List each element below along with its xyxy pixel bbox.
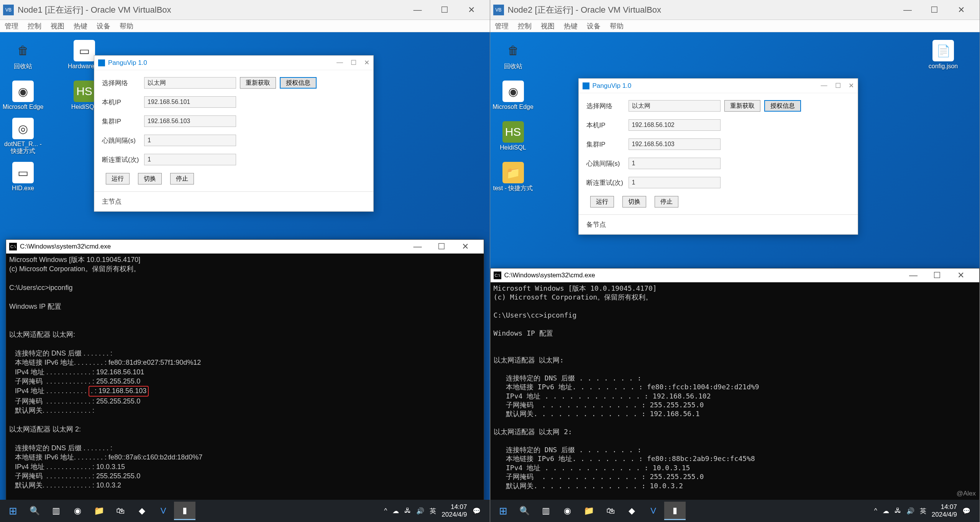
taskbar-edge-icon[interactable]: ◉ (557, 502, 578, 520)
stop-button[interactable]: 停止 (655, 196, 678, 207)
tray-expand-icon[interactable]: ^ (874, 507, 877, 515)
run-button[interactable]: 运行 (106, 173, 130, 184)
taskbar-clock[interactable]: 14:07 2024/4/9 (932, 503, 957, 519)
notification-icon[interactable]: 💬 (473, 507, 481, 515)
menu-manage[interactable]: 管理 (5, 21, 18, 31)
retry-input[interactable] (144, 154, 236, 165)
desktop-icon-edge[interactable]: ◉Microsoft Edge (492, 77, 534, 114)
menu-help[interactable]: 帮助 (610, 21, 624, 31)
cmd-output[interactable]: Microsoft Windows [版本 10.0.19045.4170] (… (491, 282, 980, 504)
minimize-button[interactable]: — (821, 82, 827, 90)
close-button[interactable]: ✕ (953, 270, 969, 280)
cmd-window[interactable]: C:\ C:\Windows\system32\cmd.exe — ☐ ✕ Mi… (6, 239, 484, 504)
taskbar[interactable]: ⊞ 🔍 ▥ ◉ 📁 🛍 ◆ V ▮ ^ ☁ 🖧 🔊 英 14:07 2024/4… (490, 500, 980, 522)
network-select[interactable] (144, 77, 236, 89)
task-view-icon[interactable]: ▥ (45, 502, 67, 520)
auth-info-button[interactable]: 授权信息 (764, 100, 801, 112)
task-view-icon[interactable]: ▥ (535, 502, 557, 520)
tray-sound-icon[interactable]: 🔊 (906, 507, 914, 515)
tray-onedrive-icon[interactable]: ☁ (883, 507, 889, 515)
maximize-button[interactable]: ☐ (437, 5, 452, 15)
menu-devices[interactable]: 设备 (97, 21, 110, 31)
close-button[interactable]: ✕ (954, 5, 969, 15)
desktop-icon-configjson[interactable]: 📄config.json (922, 36, 964, 74)
minimize-button[interactable]: — (906, 270, 921, 280)
menu-help[interactable]: 帮助 (120, 21, 133, 31)
taskbar-heidisql-icon[interactable]: ◆ (621, 502, 643, 520)
close-button[interactable]: ✕ (364, 59, 369, 67)
close-button[interactable]: ✕ (849, 82, 854, 90)
auth-info-button[interactable]: 授权信息 (280, 77, 317, 89)
taskbar-explorer-icon[interactable]: 📁 (578, 502, 600, 520)
desktop-icon-test-folder[interactable]: 📁test - 快捷方式 (492, 158, 534, 196)
menu-hotkeys[interactable]: 热键 (74, 21, 87, 31)
cluster-ip-input[interactable] (144, 115, 236, 127)
panguvip-window[interactable]: PanguVip 1.0 — ☐ ✕ 选择网络 重新获取 授权信息 本机IP (578, 78, 858, 235)
desktop-icon-hid[interactable]: ▭HID.exe (2, 158, 44, 196)
tray-network-icon[interactable]: 🖧 (404, 507, 411, 515)
maximize-button[interactable]: ☐ (835, 82, 841, 90)
taskbar[interactable]: ⊞ 🔍 ▥ ◉ 📁 🛍 ◆ V ▮ ^ ☁ 🖧 🔊 英 14:07 2024/4… (0, 500, 490, 522)
minimize-button[interactable]: — (410, 5, 425, 15)
tray-ime[interactable]: 英 (430, 507, 436, 515)
local-ip-input[interactable] (144, 96, 236, 108)
taskbar-cmd-icon[interactable]: ▮ (664, 502, 686, 520)
minimize-button[interactable]: — (900, 5, 915, 15)
panguvip-window[interactable]: PanguVip 1.0 — ☐ ✕ 选择网络 重新获取 授权信息 本机IP (94, 55, 374, 212)
menu-devices[interactable]: 设备 (587, 21, 601, 31)
minimize-button[interactable]: — (410, 242, 425, 252)
cluster-ip-input[interactable] (629, 138, 721, 150)
guest-desktop[interactable]: 🗑回收站 ◉Microsoft Edge HSHeidiSQL 📁test - … (490, 32, 980, 522)
desktop-icon-recyclebin[interactable]: 🗑回收站 (2, 36, 44, 74)
tray-sound-icon[interactable]: 🔊 (416, 507, 424, 515)
taskbar-store-icon[interactable]: 🛍 (110, 502, 131, 520)
retry-input[interactable] (629, 177, 721, 188)
desktop-icon-edge[interactable]: ◉Microsoft Edge (2, 77, 44, 114)
minimize-button[interactable]: — (337, 59, 343, 67)
search-icon[interactable]: 🔍 (514, 502, 535, 520)
desktop-icon-recyclebin[interactable]: 🗑回收站 (492, 36, 534, 74)
search-icon[interactable]: 🔍 (24, 502, 45, 520)
menu-view[interactable]: 视图 (51, 21, 64, 31)
panguvip-titlebar[interactable]: PanguVip 1.0 — ☐ ✕ (579, 79, 858, 93)
cmd-titlebar[interactable]: C:\ C:\Windows\system32\cmd.exe — ☐ ✕ (6, 240, 484, 254)
system-tray[interactable]: ^ ☁ 🖧 🔊 英 14:07 2024/4/9 💬 (874, 503, 977, 519)
stop-button[interactable]: 停止 (170, 173, 194, 184)
cmd-titlebar[interactable]: C:\ C:\Windows\system32\cmd.exe — ☐ ✕ (491, 268, 980, 282)
taskbar-cmd-icon[interactable]: ▮ (174, 502, 195, 520)
refresh-button[interactable]: 重新获取 (240, 77, 276, 89)
maximize-button[interactable]: ☐ (434, 242, 449, 252)
taskbar-store-icon[interactable]: 🛍 (600, 502, 621, 520)
tray-ime[interactable]: 英 (920, 507, 926, 515)
cmd-output[interactable]: Microsoft Windows [版本 10.0.19045.4170] (… (6, 254, 484, 504)
switch-button[interactable]: 切换 (138, 173, 162, 184)
guest-desktop[interactable]: 🗑回收站 ◉Microsoft Edge ◎dotNET_R... -快捷方式 … (0, 32, 490, 522)
menu-view[interactable]: 视图 (541, 21, 555, 31)
taskbar-clock[interactable]: 14:07 2024/4/9 (442, 503, 467, 519)
menu-control[interactable]: 控制 (28, 21, 41, 31)
cmd-window[interactable]: C:\ C:\Windows\system32\cmd.exe — ☐ ✕ Mi… (490, 268, 980, 504)
network-select[interactable] (629, 100, 721, 112)
taskbar-heidisql-icon[interactable]: ◆ (131, 502, 153, 520)
notification-icon[interactable]: 💬 (962, 507, 970, 515)
start-button[interactable]: ⊞ (2, 502, 24, 520)
taskbar-explorer-icon[interactable]: 📁 (88, 502, 110, 520)
close-button[interactable]: ✕ (458, 242, 473, 252)
heartbeat-input[interactable] (144, 135, 236, 146)
maximize-button[interactable]: ☐ (351, 59, 356, 67)
maximize-button[interactable]: ☐ (929, 270, 945, 280)
heartbeat-input[interactable] (629, 158, 721, 169)
desktop-icon-dotnet[interactable]: ◎dotNET_R... -快捷方式 (2, 117, 44, 155)
close-button[interactable]: ✕ (464, 5, 479, 15)
taskbar-panguvip-icon[interactable]: V (643, 502, 664, 520)
maximize-button[interactable]: ☐ (927, 5, 942, 15)
vb-titlebar[interactable]: VB Node1 [正在运行] - Oracle VM VirtualBox —… (0, 0, 490, 20)
taskbar-edge-icon[interactable]: ◉ (67, 502, 88, 520)
menu-control[interactable]: 控制 (518, 21, 532, 31)
vb-titlebar[interactable]: VB Node2 [正在运行] - Oracle VM VirtualBox —… (490, 0, 980, 20)
tray-network-icon[interactable]: 🖧 (895, 507, 901, 515)
switch-button[interactable]: 切换 (622, 196, 646, 207)
desktop-icon-heidisql[interactable]: HSHeidiSQL (492, 117, 534, 155)
menu-hotkeys[interactable]: 热键 (564, 21, 578, 31)
taskbar-panguvip-icon[interactable]: V (153, 502, 174, 520)
